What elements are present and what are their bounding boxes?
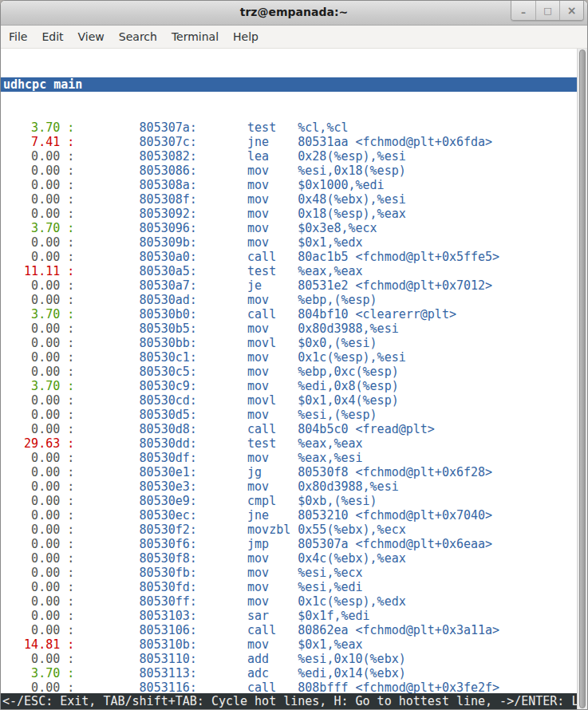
- asm-row[interactable]: 0.00 : 805309b: mov $0x1,%edx: [2, 235, 587, 250]
- asm-row[interactable]: 0.00 : 80530e3: mov 0x80d3988,%esi: [2, 479, 587, 494]
- overhead-percent: 0.00 :: [2, 494, 81, 508]
- asm-row[interactable]: 0.00 : 80530e1: jg 80530f8 <fchmod@plt+0…: [2, 465, 587, 479]
- terminal-window: trz@empanada:~ – □ × File Edit View Sear…: [0, 0, 588, 710]
- asm-row[interactable]: 3.70 : 80530c9: mov %edi,0x8(%esp): [2, 379, 587, 393]
- overhead-percent: 0.00 :: [2, 623, 81, 637]
- overhead-percent: 7.41 :: [2, 135, 81, 149]
- menu-item-help[interactable]: Help: [226, 27, 266, 46]
- overhead-percent: 29.63 :: [2, 436, 81, 451]
- asm-row[interactable]: 0.00 : 80530b5: mov 0x80d3988,%esi: [2, 321, 587, 336]
- overhead-percent: 0.00 :: [2, 350, 81, 365]
- asm-row[interactable]: 0.00 : 8053092: mov 0x18(%esp),%eax: [2, 207, 587, 221]
- instruction-text: 80530e1: jg 80530f8 <fchmod@plt+0x6f28>: [81, 465, 492, 479]
- instruction-text: 80530ad: mov %ebp,(%esp): [81, 293, 377, 307]
- title-bar[interactable]: trz@empanada:~ – □ ×: [1, 1, 587, 26]
- instruction-text: 8053113: adc %edi,0x14(%ebx): [81, 666, 405, 680]
- overhead-percent: 0.00 :: [2, 523, 81, 537]
- instruction-text: 80530e3: mov 0x80d3988,%esi: [81, 479, 398, 494]
- instruction-text: 80530ec: jne 8053210 <fchmod@plt+0x7040>: [81, 508, 492, 523]
- overhead-percent: 0.00 :: [2, 149, 81, 164]
- instruction-text: 8053082: lea 0x28(%esp),%esi: [81, 149, 405, 164]
- asm-row[interactable]: 0.00 : 80530ff: mov 0x1c(%esp),%edx: [2, 594, 587, 609]
- overhead-percent: 0.00 :: [2, 164, 81, 178]
- terminal-screen[interactable]: udhcpc main 3.70 : 805307a: test %cl,%cl…: [1, 49, 587, 709]
- instruction-text: 80530b0: call 804bf10 <clearerr@plt>: [81, 307, 456, 321]
- asm-row[interactable]: 0.00 : 805308f: mov 0x48(%ebx),%esi: [2, 192, 587, 207]
- asm-row[interactable]: 0.00 : 80530d8: call 804b5c0 <fread@plt>: [2, 422, 587, 436]
- asm-row[interactable]: 11.11 : 80530a5: test %eax,%eax: [2, 264, 587, 278]
- instruction-text: 80530e9: cmpl $0xb,(%esi): [81, 494, 377, 508]
- instruction-text: 8053110: add %esi,0x10(%ebx): [81, 652, 405, 666]
- minimize-button[interactable]: –: [511, 1, 535, 20]
- overhead-percent: 0.00 :: [2, 652, 81, 666]
- instruction-text: 80530f6: jmp 805307a <fchmod@plt+0x6eaa>: [81, 537, 492, 551]
- asm-row[interactable]: 0.00 : 80530c5: mov %ebp,0xc(%esp): [2, 365, 587, 379]
- close-button[interactable]: ×: [559, 1, 583, 20]
- overhead-percent: 0.00 :: [2, 207, 81, 221]
- instruction-text: 80530c1: mov 0x1c(%esp),%esi: [81, 350, 405, 365]
- overhead-percent: 0.00 :: [2, 393, 81, 408]
- menu-item-file[interactable]: File: [2, 27, 34, 46]
- asm-row[interactable]: 0.00 : 80530bb: movl $0x0,(%esi): [2, 336, 587, 350]
- asm-row[interactable]: 0.00 : 8053110: add %esi,0x10(%ebx): [2, 652, 587, 666]
- overhead-percent: 0.00 :: [2, 566, 81, 580]
- asm-row[interactable]: 0.00 : 80530f2: movzbl 0x55(%ebx),%ecx: [2, 523, 587, 537]
- instruction-text: 80530c5: mov %ebp,0xc(%esp): [81, 365, 398, 379]
- scrollbar[interactable]: [577, 49, 587, 709]
- asm-row[interactable]: 7.41 : 805307c: jne 80531aa <fchmod@plt+…: [2, 135, 587, 149]
- asm-row[interactable]: 0.00 : 80530cd: movl $0x1,0x4(%esp): [2, 393, 587, 408]
- asm-row[interactable]: 0.00 : 80530a0: call 80ac1b5 <fchmod@plt…: [2, 250, 587, 264]
- overhead-percent: 3.70 :: [2, 666, 81, 680]
- asm-row[interactable]: 0.00 : 80530ec: jne 8053210 <fchmod@plt+…: [2, 508, 587, 523]
- asm-row[interactable]: 0.00 : 80530c1: mov 0x1c(%esp),%esi: [2, 350, 587, 365]
- asm-row[interactable]: 0.00 : 8053086: mov %esi,0x18(%esp): [2, 164, 587, 178]
- asm-row[interactable]: 0.00 : 8053106: call 80862ea <fchmod@plt…: [2, 623, 587, 637]
- function-header: udhcpc main: [1, 77, 578, 92]
- instruction-text: 80530f8: mov 0x4c(%ebx),%eax: [81, 551, 405, 566]
- instruction-text: 80530a7: je 80531e2 <fchmod@plt+0x7012>: [81, 278, 492, 293]
- asm-row[interactable]: 3.70 : 805307a: test %cl,%cl: [2, 120, 587, 135]
- asm-row[interactable]: 0.00 : 80530a7: je 80531e2 <fchmod@plt+0…: [2, 278, 587, 293]
- maximize-button[interactable]: □: [535, 1, 559, 20]
- asm-row[interactable]: 0.00 : 8053103: sar $0x1f,%edi: [2, 609, 587, 623]
- disassembly[interactable]: 3.70 : 805307a: test %cl,%cl 7.41 : 8053…: [1, 120, 587, 709]
- overhead-percent: 11.11 :: [2, 264, 81, 278]
- scrollbar-thumb[interactable]: [579, 49, 586, 708]
- menu-bar: File Edit View Search Terminal Help: [1, 26, 587, 49]
- menu-item-edit[interactable]: Edit: [34, 27, 70, 46]
- instruction-text: 80530ff: mov 0x1c(%esp),%edx: [81, 594, 405, 609]
- asm-row[interactable]: 3.70 : 80530b0: call 804bf10 <clearerr@p…: [2, 307, 587, 321]
- overhead-percent: 3.70 :: [2, 221, 81, 235]
- asm-row[interactable]: 0.00 : 80530d5: mov %esi,(%esp): [2, 408, 587, 422]
- asm-row[interactable]: 0.00 : 80530fd: mov %esi,%edi: [2, 580, 587, 594]
- asm-row[interactable]: 3.70 : 8053113: adc %edi,0x14(%ebx): [2, 666, 587, 680]
- asm-row[interactable]: 0.00 : 805308a: mov $0x1000,%edi: [2, 178, 587, 192]
- overhead-percent: 0.00 :: [2, 537, 81, 551]
- instruction-text: 80530a5: test %eax,%eax: [81, 264, 362, 278]
- instruction-text: 805308f: mov 0x48(%ebx),%esi: [81, 192, 405, 207]
- asm-row[interactable]: 29.63 : 80530dd: test %eax,%eax: [2, 436, 587, 451]
- asm-row[interactable]: 0.00 : 8053082: lea 0x28(%esp),%esi: [2, 149, 587, 164]
- menu-item-search[interactable]: Search: [112, 27, 164, 46]
- asm-row[interactable]: 0.00 : 80530e9: cmpl $0xb,(%esi): [2, 494, 587, 508]
- asm-row[interactable]: 14.81 : 805310b: mov $0x1,%eax: [2, 637, 587, 652]
- menu-item-terminal[interactable]: Terminal: [164, 27, 226, 46]
- minimize-icon: –: [521, 7, 526, 18]
- overhead-percent: 0.00 :: [2, 408, 81, 422]
- asm-row[interactable]: 0.00 : 80530df: mov %eax,%esi: [2, 451, 587, 465]
- maximize-icon: □: [543, 6, 551, 16]
- overhead-percent: 0.00 :: [2, 192, 81, 207]
- window-title: trz@empanada:~: [1, 6, 587, 18]
- asm-row[interactable]: 0.00 : 80530fb: mov %esi,%ecx: [2, 566, 587, 580]
- menu-item-view[interactable]: View: [71, 27, 112, 46]
- overhead-percent: 0.00 :: [2, 508, 81, 523]
- asm-row[interactable]: 0.00 : 80530f6: jmp 805307a <fchmod@plt+…: [2, 537, 587, 551]
- asm-row[interactable]: 3.70 : 8053096: mov $0x3e8,%ecx: [2, 221, 587, 235]
- overhead-percent: 0.00 :: [2, 293, 81, 307]
- instruction-text: 80530cd: movl $0x1,0x4(%esp): [81, 393, 398, 408]
- overhead-percent: 0.00 :: [2, 580, 81, 594]
- asm-row[interactable]: 0.00 : 80530ad: mov %ebp,(%esp): [2, 293, 587, 307]
- overhead-percent: 0.00 :: [2, 250, 81, 264]
- asm-row[interactable]: 0.00 : 80530f8: mov 0x4c(%ebx),%eax: [2, 551, 587, 566]
- overhead-percent: 3.70 :: [2, 120, 81, 135]
